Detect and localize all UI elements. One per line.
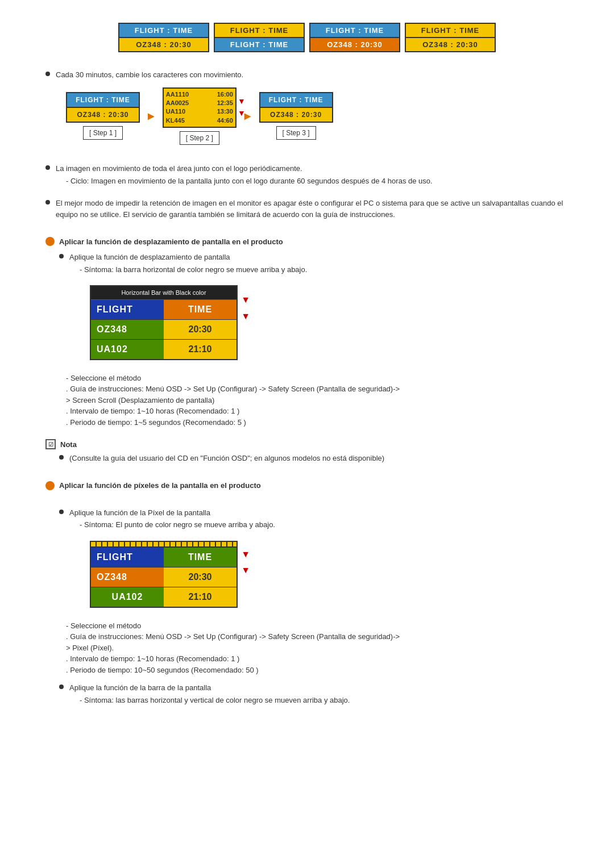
pixel-display-wrapper: FLIGHT TIME OZ348 20:30 UA102 21:10 ▼▼ xyxy=(69,535,238,614)
section1-icon xyxy=(45,237,55,246)
flight-cards-row-1: FLIGHT : TIME OZ348 : 20:30 FLIGHT : TIM… xyxy=(45,23,569,52)
step2-row3-right: 13:30 xyxy=(217,107,233,116)
section2-method-line2: > Pixel (Píxel). xyxy=(66,642,569,654)
section1-method-line1: . Guía de instrucciones: Menú OSD -> Set… xyxy=(66,383,569,395)
nota-label: Nota xyxy=(60,440,77,449)
section2-bullet2-text: Aplique la función de la barra de la pan… xyxy=(69,682,569,706)
pixel-r2-right: 20:30 xyxy=(164,567,237,587)
pixel-row-2: OZ348 20:30 xyxy=(91,567,237,587)
section2-method-line4: . Periodo de tiempo: 10~50 segundos (Rec… xyxy=(66,665,569,676)
section2-b1-main: Aplique la función de la Píxel de la pan… xyxy=(69,508,210,517)
pixel-row-1: FLIGHT TIME xyxy=(91,548,237,567)
step2-row3-left: UA110 xyxy=(166,107,185,116)
section2-method-line1: . Guía de instrucciones: Menú OSD -> Set… xyxy=(66,631,569,642)
nota-bullet-text: (Consulte la guía del usuario del CD en … xyxy=(69,453,569,464)
hbar-row-1: FLIGHT TIME xyxy=(91,300,237,320)
hbar-row-3: UA102 21:10 xyxy=(91,340,237,359)
steps-diagram: FLIGHT : TIME OZ348 : 20:30 [ Step 1 ] ►… xyxy=(66,87,569,145)
step2-down-arrows: ▼▼ xyxy=(238,89,246,127)
flight-card-2: FLIGHT : TIME FLIGHT : TIME xyxy=(214,23,305,52)
section1-method-line4: . Periodo de tiempo: 1~5 segundos (Recom… xyxy=(66,417,569,428)
step2-row2-left: AA0025 xyxy=(166,99,189,107)
section1-method: - Seleccione el método . Guía de instruc… xyxy=(66,373,569,428)
flight-card-4-body: OZ348 : 20:30 xyxy=(406,38,495,51)
bullet-text-2: La imagen en movimiento de toda el área … xyxy=(56,163,569,186)
step1-card-body: OZ348 : 20:30 xyxy=(67,108,139,122)
section1-method-line3: . Intervalo de tiempo: 1~10 horas (Recom… xyxy=(66,406,569,417)
bullet-item-3: El mejor modo de impedir la retención de… xyxy=(45,198,569,220)
hbar-row-2: OZ348 20:30 xyxy=(91,320,237,340)
pixel-arrows: ▼▼ xyxy=(241,546,250,579)
flight-card-3-header: FLIGHT : TIME xyxy=(310,24,399,38)
section2-method-label: - Seleccione el método xyxy=(66,620,569,632)
step2-box: AA1110 16:00 AA0025 12:35 UA110 13:30 xyxy=(163,87,237,145)
step3-label: [ Step 3 ] xyxy=(276,126,316,140)
section2-b2-main: Aplique la función de la barra de la pan… xyxy=(69,683,211,692)
hbar-r1-right: TIME xyxy=(164,300,237,319)
spacer xyxy=(45,496,569,507)
hbar-display: Horizontal Bar with Black color FLIGHT T… xyxy=(90,285,238,360)
section1-bullet1-dot xyxy=(59,254,64,258)
pixel-r2-left: OZ348 xyxy=(91,567,164,587)
flight-card-3: FLIGHT : TIME OZ348 : 20:30 xyxy=(309,23,400,52)
step2-row-1: AA1110 16:00 xyxy=(166,90,233,99)
step2-row4-left: KL445 xyxy=(166,116,185,125)
step2-row-3: UA110 13:30 xyxy=(166,107,233,116)
bullet2-sub: - Ciclo: Imagen en movimiento de la pant… xyxy=(66,176,569,187)
nota-icon: ☑ xyxy=(45,439,56,449)
bullet-item-1: Cada 30 minutos, cambie los caracteres c… xyxy=(45,69,569,152)
section2-bullet2: Aplique la función de la barra de la pan… xyxy=(59,682,569,706)
flight-card-2-body: FLIGHT : TIME xyxy=(215,38,304,51)
step1-box: FLIGHT : TIME OZ348 : 20:30 [ Step 1 ] xyxy=(66,92,140,140)
flight-card-3-body: OZ348 : 20:30 xyxy=(310,38,399,51)
section2-bullet2-dot xyxy=(59,685,64,689)
step2-card: AA1110 16:00 AA0025 12:35 UA110 13:30 xyxy=(163,87,237,128)
section1-title: Aplicar la función de desplazamiento de … xyxy=(59,237,283,246)
step3-card-header: FLIGHT : TIME xyxy=(260,93,332,108)
pixel-r1-left: FLIGHT xyxy=(91,548,164,567)
step2-row4-right: 44:60 xyxy=(217,116,233,125)
section2-b2-sub: - Síntoma: las barras horizontal y verti… xyxy=(80,695,569,706)
bullet-text-1: Cada 30 minutos, cambie los caracteres c… xyxy=(56,69,569,152)
step3-box: FLIGHT : TIME OZ348 : 20:30 [ Step 3 ] xyxy=(259,92,333,140)
hbar-r2-right: 20:30 xyxy=(164,320,237,339)
pixel-top-bar xyxy=(91,542,237,548)
step2-row1-right: 16:00 xyxy=(217,90,233,99)
section2-title: Aplicar la función de píxeles de la pant… xyxy=(59,481,261,490)
bullet-dot-1 xyxy=(45,72,50,76)
pixel-display: FLIGHT TIME OZ348 20:30 UA102 21:10 xyxy=(90,541,238,608)
section2-header: Aplicar la función de píxeles de la pant… xyxy=(45,481,569,490)
hbar-arrows: ▼▼ xyxy=(241,292,250,325)
section2-bullet1: Aplique la función de la Píxel de la pan… xyxy=(59,507,569,614)
bullet-dot-2 xyxy=(45,165,50,170)
flight-card-4: FLIGHT : TIME OZ348 : 20:30 xyxy=(405,23,496,52)
section2-method-line3: . Intervalo de tiempo: 1~10 horas (Recom… xyxy=(66,653,569,665)
arrow-1: ► xyxy=(146,107,157,124)
bullet-item-2: La imagen en movimiento de toda el área … xyxy=(45,163,569,186)
flight-card-1-body: OZ348 : 20:30 xyxy=(119,38,208,51)
step1-card-header: FLIGHT : TIME xyxy=(67,93,139,108)
hbar-display-wrapper: Horizontal Bar with Black color FLIGHT T… xyxy=(69,279,238,366)
nota-bullet-dot xyxy=(59,455,64,460)
step3-card-body: OZ348 : 20:30 xyxy=(260,108,332,122)
section2-method: - Seleccione el método . Guía de instruc… xyxy=(66,620,569,676)
flight-card-1-header: FLIGHT : TIME xyxy=(119,24,208,38)
step2-row-4: KL445 44:60 xyxy=(166,116,233,125)
section2-bullet1-dot xyxy=(59,510,64,514)
step2-inner: AA1110 16:00 AA0025 12:35 UA110 13:30 xyxy=(164,89,235,127)
step2-label: [ Step 2 ] xyxy=(180,131,219,145)
pixel-r3-right: 21:10 xyxy=(164,587,237,607)
hbar-r2-left: OZ348 xyxy=(91,320,164,339)
section2-b1-sub: - Síntoma: El punto de color negro se mu… xyxy=(80,519,569,531)
step1-card: FLIGHT : TIME OZ348 : 20:30 xyxy=(66,92,140,123)
bullet1-text: Cada 30 minutos, cambie los caracteres c… xyxy=(56,70,243,79)
hbar-r3-right: 21:10 xyxy=(164,340,237,359)
hbar-header: Horizontal Bar with Black color xyxy=(91,286,237,300)
pixel-row-3: UA102 21:10 xyxy=(91,587,237,607)
flight-card-4-header: FLIGHT : TIME xyxy=(406,24,495,38)
hbar-title: Horizontal Bar with Black color xyxy=(121,289,206,296)
pixel-r1-right: TIME xyxy=(164,548,237,567)
step3-card: FLIGHT : TIME OZ348 : 20:30 xyxy=(259,92,333,123)
section1-method-label: - Seleccione el método xyxy=(66,373,569,384)
bullet-text-3: El mejor modo de impedir la retención de… xyxy=(56,198,569,220)
